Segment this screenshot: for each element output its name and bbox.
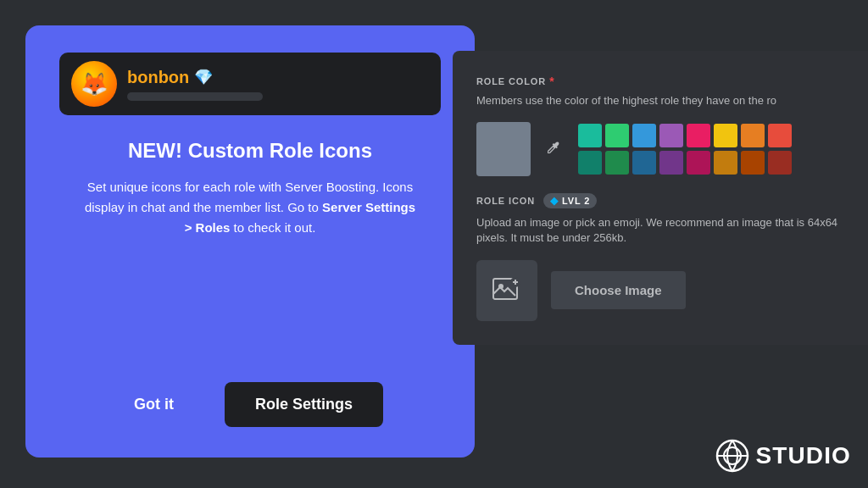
color-swatch[interactable] <box>687 151 710 175</box>
card-desc: Set unique icons for each role with Serv… <box>81 177 420 238</box>
status-bar <box>127 92 263 101</box>
color-swatch[interactable] <box>605 151 629 175</box>
color-swatch[interactable] <box>687 124 710 147</box>
required-dot: * <box>549 75 554 88</box>
avatar-image: 🦊 <box>71 61 117 107</box>
username-row: bonbon 💎 <box>127 68 429 87</box>
studio-text: STUDIO <box>756 442 852 469</box>
role-icon-label: ROLE ICON ◆ LVL 2 <box>476 193 844 208</box>
swatches-grid <box>578 124 792 175</box>
choose-image-button[interactable]: Choose Image <box>551 271 686 309</box>
icon-upload-row: Choose Image <box>476 260 844 321</box>
color-swatch[interactable] <box>741 151 765 175</box>
user-bar: 🦊 bonbon 💎 <box>59 53 441 115</box>
color-swatch[interactable] <box>632 124 656 147</box>
user-info: bonbon 💎 <box>127 68 429 101</box>
card-title: NEW! Custom Role Icons <box>128 139 372 164</box>
color-swatch[interactable] <box>768 124 792 147</box>
role-color-desc: Members use the color of the highest rol… <box>476 93 844 108</box>
card-buttons: Got it Role Settings <box>117 382 383 427</box>
avatar: 🦊 <box>71 61 117 107</box>
dark-panel: ROLE COLOR * Members use the color of th… <box>453 51 868 345</box>
color-swatch-big[interactable] <box>476 122 531 176</box>
color-swatch[interactable] <box>741 124 765 147</box>
got-it-button[interactable]: Got it <box>117 385 191 424</box>
color-swatch[interactable] <box>714 151 737 175</box>
color-row <box>476 122 844 176</box>
color-swatch[interactable] <box>659 151 683 175</box>
role-icon-section: ROLE ICON ◆ LVL 2 Upload an image or pic… <box>476 193 844 320</box>
upload-placeholder[interactable] <box>476 260 537 321</box>
role-settings-button[interactable]: Role Settings <box>225 382 383 427</box>
color-swatch[interactable] <box>578 151 602 175</box>
studio-logo-icon <box>715 439 749 473</box>
color-swatch[interactable] <box>659 124 683 147</box>
eyedropper-button[interactable] <box>537 134 568 164</box>
blue-card: 🦊 bonbon 💎 NEW! Custom Role Icons Set un… <box>25 25 475 458</box>
bold-link: Server Settings > Roles <box>185 200 415 235</box>
color-swatch[interactable] <box>768 151 792 175</box>
lvl-badge: ◆ LVL 2 <box>543 193 597 208</box>
color-swatch[interactable] <box>714 124 737 147</box>
username: bonbon <box>127 68 189 87</box>
color-swatch[interactable] <box>605 124 629 147</box>
gem-icon: 💎 <box>194 68 213 86</box>
role-icon-desc: Upload an image or pick an emoji. We rec… <box>476 215 844 246</box>
studio-watermark: STUDIO <box>715 439 852 473</box>
color-swatch[interactable] <box>578 124 602 147</box>
role-color-label: ROLE COLOR * <box>476 75 844 88</box>
color-swatch[interactable] <box>632 151 656 175</box>
diamond-icon: ◆ <box>550 195 559 207</box>
